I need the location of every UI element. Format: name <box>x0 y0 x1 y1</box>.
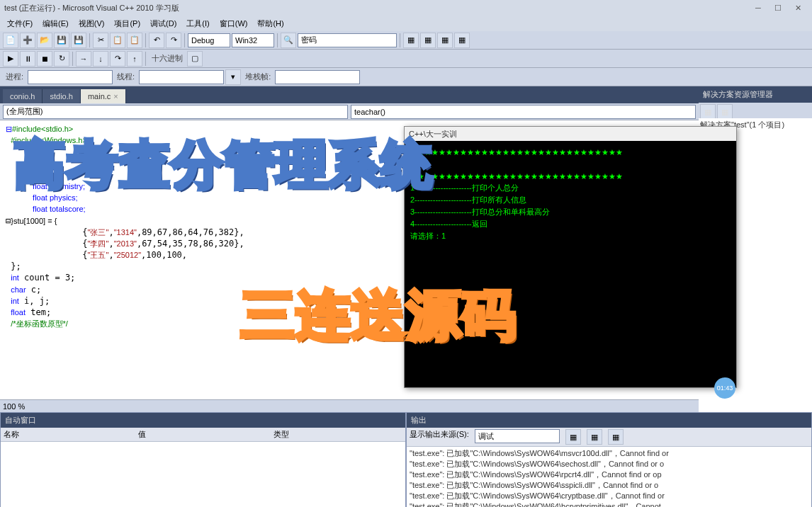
se-icon-2[interactable]: ▦ <box>717 104 733 120</box>
zoom-value[interactable]: 100 % <box>3 402 25 411</box>
config-combo[interactable]: Debug <box>188 33 230 47</box>
menubar: 文件(F) 编辑(E) 视图(V) 项目(P) 调试(D) 工具(I) 窗口(W… <box>0 16 812 31</box>
output-icon-3[interactable]: ▦ <box>608 429 624 445</box>
hex-toggle[interactable]: ▢ <box>187 51 203 67</box>
scope-combo[interactable]: (全局范围) <box>3 105 348 119</box>
process-label: 进程: <box>3 72 26 82</box>
open-icon[interactable]: 📂 <box>37 33 52 48</box>
console-output: ★★★★★★★★★★★★★★★★★★★★★★★★★★★★★★ 高考查分系统 ★★… <box>405 141 736 247</box>
hex-label: 十六进制 <box>149 53 186 64</box>
save-icon[interactable]: 💾 <box>54 33 69 48</box>
toolbar-debug: ▶ ⏸ ⏹ ↻ → ↓ ↷ ↑ 十六进制 ▢ <box>0 50 812 68</box>
menu-window[interactable]: 窗口(W) <box>215 17 252 30</box>
output-panel-title: 输出 <box>407 413 811 428</box>
menu-tools[interactable]: 工具(I) <box>182 17 213 30</box>
function-combo[interactable]: teachar() <box>351 105 696 119</box>
timer-badge: 01:43 <box>714 377 735 399</box>
titlebar: test (正在运行) - Microsoft Visual C++ 2010 … <box>0 0 812 16</box>
output-icon-2[interactable]: ▦ <box>587 429 602 445</box>
auto-panel-title: 自动窗口 <box>1 413 405 428</box>
thread-label: 线程: <box>114 72 137 82</box>
zoom-bar: 100 % <box>0 399 699 412</box>
copy-icon[interactable]: 📋 <box>110 33 125 48</box>
continue-icon[interactable]: ▶ <box>3 51 18 67</box>
step-over-icon[interactable]: ↷ <box>110 51 125 67</box>
editor-tabs: conio.h stdio.h main.c× <box>0 86 699 103</box>
find-icon[interactable]: 🔍 <box>281 33 296 48</box>
platform-combo[interactable]: Win32 <box>232 33 274 47</box>
stop-icon[interactable]: ⏹ <box>37 51 52 67</box>
auto-col-type[interactable]: 类型 <box>274 429 402 440</box>
console-window[interactable]: C++\大一实训 ★★★★★★★★★★★★★★★★★★★★★★★★★★★★★★ … <box>404 126 737 388</box>
solution-explorer-title: 解决方案资源管理器 <box>699 86 812 103</box>
output-source-combo[interactable]: 调试 <box>475 429 560 443</box>
tab-stdio[interactable]: stdio.h <box>43 89 80 103</box>
tb-icon-2[interactable]: ▦ <box>420 33 436 48</box>
menu-edit[interactable]: 编辑(E) <box>38 17 73 30</box>
paste-icon[interactable]: 📋 <box>127 33 142 48</box>
step-into-icon[interactable]: ↓ <box>93 51 108 67</box>
menu-help[interactable]: 帮助(H) <box>253 17 288 30</box>
se-icon-1[interactable]: ▦ <box>700 104 716 120</box>
undo-icon[interactable]: ↶ <box>149 33 164 48</box>
restart-icon[interactable]: ↻ <box>54 51 69 67</box>
toolbar-process: 进程: 线程: ▾ 堆栈帧: <box>0 68 812 86</box>
auto-panel-body <box>1 442 405 507</box>
minimize-button[interactable]: ─ <box>748 1 768 14</box>
output-source-label: 显示输出来源(S): <box>410 429 469 445</box>
tb-icon-4[interactable]: ▦ <box>454 33 470 48</box>
save-all-icon[interactable]: 💾 <box>71 33 86 48</box>
menu-debug[interactable]: 调试(D) <box>146 17 181 30</box>
maximize-button[interactable]: ☐ <box>768 1 788 14</box>
show-next-icon[interactable]: → <box>76 51 91 67</box>
auto-col-name[interactable]: 名称 <box>4 429 132 440</box>
step-out-icon[interactable]: ↑ <box>127 51 142 67</box>
add-item-icon[interactable]: ➕ <box>20 33 35 48</box>
search-combo[interactable]: 密码 <box>298 33 397 47</box>
console-title: C++\大一实训 <box>405 127 736 141</box>
tb-icon-1[interactable]: ▦ <box>403 33 419 48</box>
stackframe-label: 堆栈帧: <box>242 72 274 82</box>
thread-combo[interactable] <box>139 70 224 84</box>
menu-project[interactable]: 项目(P) <box>110 17 145 30</box>
process-combo[interactable] <box>28 70 113 84</box>
menu-view[interactable]: 视图(V) <box>74 17 109 30</box>
tb-icon-3[interactable]: ▦ <box>437 33 453 48</box>
close-icon[interactable]: × <box>113 92 118 101</box>
break-icon[interactable]: ⏸ <box>20 51 35 67</box>
tab-main[interactable]: main.c× <box>81 89 126 103</box>
app-title: test (正在运行) - Microsoft Visual C++ 2010 … <box>4 3 179 13</box>
toolbar-main: 📄 ➕ 📂 💾 💾 ✂ 📋 📋 ↶ ↷ Debug Win32 🔍 密码 ▦ ▦… <box>0 31 812 50</box>
output-panel: 输出 显示输出来源(S): 调试 ▦ ▦ ▦ "test.exe": 已加载"C… <box>406 412 812 507</box>
redo-icon[interactable]: ↷ <box>166 33 181 48</box>
menu-file[interactable]: 文件(F) <box>3 17 37 30</box>
tab-conio[interactable]: conio.h <box>3 89 43 103</box>
new-project-icon[interactable]: 📄 <box>3 33 18 48</box>
stackframe-combo[interactable] <box>275 70 360 84</box>
auto-panel: 自动窗口 名称 值 类型 <box>0 412 406 507</box>
auto-col-value[interactable]: 值 <box>138 429 267 440</box>
output-panel-body: "test.exe": 已加载"C:\Windows\SysWOW64\msvc… <box>407 447 811 507</box>
cut-icon[interactable]: ✂ <box>93 33 108 48</box>
output-icon-1[interactable]: ▦ <box>565 429 581 445</box>
close-button[interactable]: ✕ <box>788 1 808 14</box>
thread-icon[interactable]: ▾ <box>225 69 241 85</box>
